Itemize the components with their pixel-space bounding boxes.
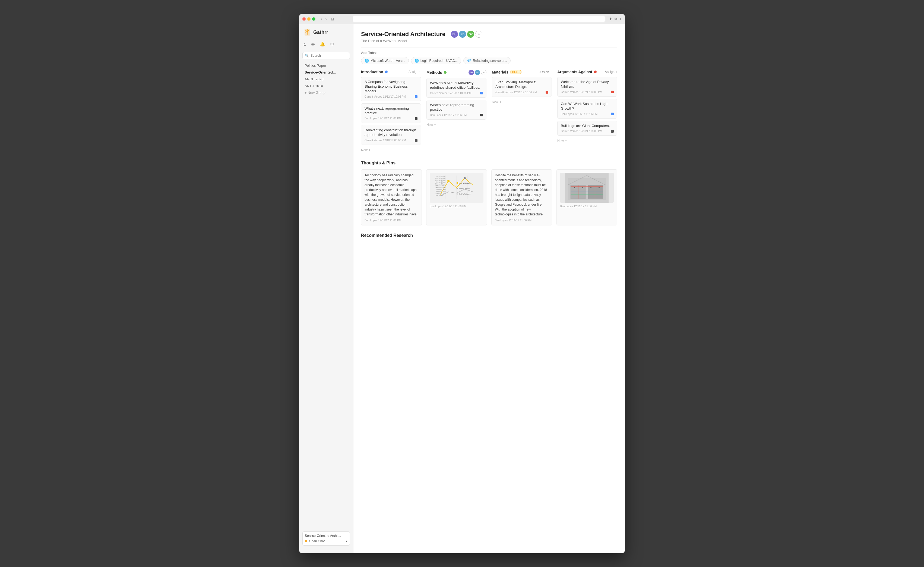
url-bar[interactable] bbox=[353, 16, 605, 22]
card-meta-reprogramming-1: Ben Lopes 12/11/17 11:06 PM bbox=[365, 117, 418, 120]
nav-icons: ⌂ ◉ 🔔 ⚙ bbox=[299, 42, 353, 52]
tab-refactoring[interactable]: 💎 Refactoring service ar... bbox=[463, 57, 511, 64]
assign-button-materials[interactable]: Assign + bbox=[539, 70, 552, 74]
assign-label-introduction: Assign bbox=[409, 70, 418, 74]
card-meta-wework-growth: Ben Lopes 12/11/17 11:06 PM bbox=[561, 112, 614, 116]
col-title-arguments: Arguments Against bbox=[557, 70, 592, 74]
card-meta-wework-mckelvey: Garrett Vercoe 12/12/17 10:06 PM bbox=[430, 92, 483, 94]
svg-text:10 Person Offices: 10 Person Offices bbox=[436, 185, 446, 187]
pin-text-0: Technology has radically changed the way… bbox=[365, 173, 418, 217]
sidebar-new-group-button[interactable]: + New Group bbox=[302, 90, 350, 96]
back-button[interactable]: ‹ bbox=[320, 16, 323, 22]
pin-meta-3: Ben Lopes 12/11/17 11:06 PM bbox=[560, 205, 614, 208]
close-button[interactable] bbox=[302, 17, 306, 21]
tab-label-0: Microsoft Word – Verc... bbox=[371, 59, 405, 63]
new-card-button-arguments[interactable]: New + bbox=[557, 138, 567, 144]
card-wework-growth[interactable]: Can WeWork Sustain Its High Growth? Ben … bbox=[557, 99, 617, 118]
add-tab-button[interactable]: + bbox=[619, 16, 622, 21]
col-title-materials: Materials bbox=[492, 70, 508, 74]
search-input[interactable] bbox=[311, 54, 347, 57]
card-meta-privacy-nihilism: Garrett Vercoe 12/12/17 10:06 PM bbox=[561, 91, 614, 94]
sidebar-toggle-button[interactable]: ⊡ bbox=[331, 17, 334, 21]
col-title-introduction: Introduction bbox=[361, 70, 383, 74]
pin-meta-0: Ben Lopes 12/11/17 11:06 PM bbox=[365, 219, 418, 222]
tab-login-required[interactable]: 🌐 Login Required – UVAC... bbox=[411, 57, 461, 64]
svg-point-39 bbox=[590, 187, 592, 188]
card-buildings-computers[interactable]: Buildings are Giant Computers. Garrett V… bbox=[557, 121, 617, 136]
svg-text:Large WV Utilization: Large WV Utilization bbox=[459, 182, 471, 184]
col-title-row-arguments: Arguments Against bbox=[557, 70, 596, 74]
avatar-ed: ED bbox=[459, 31, 466, 38]
card-author-reprogramming-1: Ben Lopes 12/11/17 11:06 PM bbox=[365, 117, 401, 120]
plus-icon-introduction: + bbox=[419, 70, 421, 74]
card-dot-reprogramming-1 bbox=[415, 117, 418, 120]
card-author-buildings-computers: Garrett Vercoe 12/10/17 08:06 PM bbox=[561, 130, 602, 133]
share-button[interactable]: ⬆ bbox=[609, 16, 612, 21]
method-avatar-bh: BH bbox=[469, 70, 474, 75]
card-reprogramming-2[interactable]: What's next: reprogramming practice Ben … bbox=[427, 100, 487, 120]
assign-button-introduction[interactable]: Assign + bbox=[409, 70, 421, 74]
avatar-bh: BH bbox=[451, 31, 458, 38]
forward-button[interactable]: › bbox=[325, 16, 328, 22]
minimize-button[interactable] bbox=[307, 17, 311, 21]
recommended-section-title: Recommended Research bbox=[361, 233, 617, 238]
sidebar-item-politics-paper[interactable]: Politics Paper bbox=[302, 62, 350, 69]
maximize-button[interactable] bbox=[312, 17, 316, 21]
card-privacy-nihilism[interactable]: Welcome to the Age of Privacy Nihilism. … bbox=[557, 77, 617, 97]
svg-text:4 Person Offices: 4 Person Offices bbox=[436, 181, 445, 183]
assign-button-arguments[interactable]: Assign + bbox=[605, 70, 617, 74]
svg-text:Medium Utilization: Medium Utilization bbox=[459, 188, 470, 189]
pin-card-3[interactable]: Ben Lopes 12/11/17 11:06 PM bbox=[556, 169, 617, 225]
home-nav-button[interactable]: ⌂ bbox=[303, 42, 306, 46]
pin-card-0[interactable]: Technology has radically changed the way… bbox=[361, 169, 422, 225]
card-title-reprogramming-2: What's next: reprogramming practice bbox=[430, 103, 483, 112]
col-header-introduction: Introduction Assign + bbox=[361, 70, 421, 74]
card-wework-mckelvey[interactable]: WeWork's Miguel McKelvey redefines share… bbox=[427, 78, 487, 98]
card-reinventing[interactable]: Reinventing construction through a produ… bbox=[361, 125, 421, 145]
arch-image-placeholder bbox=[560, 173, 614, 202]
method-avatar-ed: ED bbox=[475, 70, 480, 75]
card-title-ever-evolving: Ever Evolving. Metropolis: Architecture … bbox=[495, 80, 548, 89]
svg-text:15 Person Offices: 15 Person Offices bbox=[436, 187, 446, 189]
card-title-compass: A Compass for Navigating Sharing Economy… bbox=[365, 80, 418, 94]
card-meta-compass: Garrett Vercoe 12/12/17 10:06 PM bbox=[365, 95, 418, 98]
tab-label-2: Refactoring service ar... bbox=[473, 59, 507, 63]
new-card-button-methods[interactable]: New + bbox=[427, 122, 436, 128]
card-dot-ever-evolving bbox=[545, 91, 548, 94]
sidebar-item-service-oriented[interactable]: Service-Oriented... bbox=[302, 69, 350, 75]
page-title-row: Service-Oriented Architecture BH ED GV + bbox=[361, 31, 617, 38]
pin-card-2[interactable]: Despite the benefits of service-oriented… bbox=[491, 169, 552, 225]
card-author-reinventing: Garrett Vercoe 12/10/17 06:06 PM bbox=[365, 139, 406, 142]
new-card-button-materials[interactable]: New + bbox=[492, 99, 501, 105]
sidebar-item-anth1010[interactable]: ANTH 1010 bbox=[302, 83, 350, 89]
search-box[interactable]: 🔍 bbox=[302, 52, 350, 59]
pin-card-1[interactable]: 1 Person Offices 2 Person Offices 3 Pers… bbox=[426, 169, 487, 225]
card-meta-reprogramming-2: Ben Lopes 12/11/17 11:06 PM bbox=[430, 114, 483, 117]
svg-point-5 bbox=[447, 180, 449, 182]
settings-nav-button[interactable]: ⚙ bbox=[330, 42, 334, 46]
sidebar-item-arch2020[interactable]: ARCH 2020 bbox=[302, 76, 350, 82]
new-card-button-introduction[interactable]: New + bbox=[361, 147, 371, 153]
new-label-materials: New bbox=[492, 100, 498, 104]
col-members-methods: BH ED + bbox=[469, 70, 487, 75]
page-subtitle: The Rise of a WeWork Model bbox=[361, 39, 617, 43]
user-nav-button[interactable]: ◉ bbox=[311, 42, 315, 46]
tab-button[interactable]: ⧉ bbox=[614, 16, 617, 21]
card-compass[interactable]: A Compass for Navigating Sharing Economy… bbox=[361, 77, 421, 101]
card-reprogramming-1[interactable]: What's next: reprogramming practice Ben … bbox=[361, 104, 421, 123]
svg-rect-20 bbox=[457, 188, 458, 189]
notifications-nav-button[interactable]: 🔔 bbox=[320, 42, 325, 46]
card-author-reprogramming-2: Ben Lopes 12/11/17 11:06 PM bbox=[430, 114, 467, 117]
col-title-row-methods: Methods bbox=[427, 70, 446, 75]
add-member-methods-button[interactable]: + bbox=[481, 70, 487, 75]
chat-dot bbox=[305, 540, 307, 542]
open-chat-button[interactable]: Open Chat ▾ bbox=[305, 539, 347, 543]
card-ever-evolving[interactable]: Ever Evolving. Metropolis: Architecture … bbox=[492, 77, 552, 97]
tab-microsoft-word[interactable]: 🌐 Microsoft Word – Verc... bbox=[361, 57, 409, 64]
col-title-row-introduction: Introduction bbox=[361, 70, 388, 74]
kanban-col-materials: Materials HELP Assign + Ever Evolving. M… bbox=[492, 70, 552, 153]
add-member-button[interactable]: + bbox=[475, 31, 482, 38]
card-title-privacy-nihilism: Welcome to the Age of Privacy Nihilism. bbox=[561, 80, 614, 89]
window-actions: ⬆ ⧉ + bbox=[609, 16, 622, 21]
col-title-row-materials: Materials HELP bbox=[492, 70, 521, 74]
